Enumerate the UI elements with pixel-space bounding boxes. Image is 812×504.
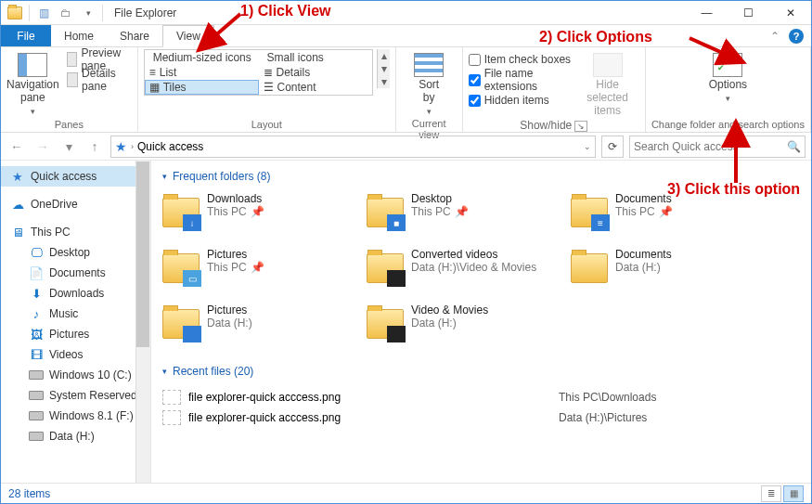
frequent-header[interactable]: ▾Frequent folders (8) <box>162 170 800 183</box>
view-tiles-button[interactable]: ▦ <box>783 485 804 502</box>
folder-text: Pictures This PC📌 <box>207 248 264 274</box>
recent-file-row[interactable]: file explorer-quick acccess.png Data (H:… <box>162 407 800 428</box>
tree-thispc[interactable]: 🖥This PC <box>1 222 150 242</box>
refresh-button[interactable]: ⟳ <box>601 136 624 158</box>
tree-onedrive[interactable]: ☁OneDrive <box>1 194 150 214</box>
window-controls: — ☐ ✕ <box>686 1 811 25</box>
folder-text: Video & Movies Data (H:) <box>411 304 488 330</box>
details-pane-button[interactable]: Details pane <box>63 70 132 90</box>
tab-share[interactable]: Share <box>107 25 162 46</box>
folder-tile[interactable]: Converted videos Data (H:)\Video & Movie… <box>367 248 561 296</box>
search-box[interactable]: Search Quick access 🔍 <box>629 136 806 158</box>
layout-details[interactable]: ≣Details <box>259 65 373 80</box>
minimize-button[interactable]: — <box>686 1 728 25</box>
recent-header[interactable]: ▾Recent files (20) <box>162 365 800 378</box>
check-hidden[interactable]: Hidden items <box>469 90 573 110</box>
folder-icon: ≡ <box>571 192 608 229</box>
drive-icon <box>29 411 44 420</box>
folder-text: Downloads This PC📌 <box>207 192 264 218</box>
tree-drive-c[interactable]: Windows 10 (C:) <box>1 365 150 385</box>
help-icon[interactable]: ? <box>789 29 804 44</box>
folder-icon: ↓ <box>162 192 200 229</box>
tab-view[interactable]: View <box>162 25 214 47</box>
folder-tile[interactable]: Video & Movies Data (H:) <box>367 304 561 352</box>
view-details-button[interactable]: ≣ <box>761 485 781 502</box>
folder-icon <box>367 248 404 285</box>
layout-content[interactable]: ☰Content <box>259 80 373 95</box>
up-button[interactable]: ↑ <box>84 136 105 157</box>
address-bar[interactable]: ★ › Quick access ⌄ <box>110 136 596 158</box>
tree-documents[interactable]: 📄Documents <box>1 263 150 283</box>
layout-medium-icons[interactable]: Medium-sized icons <box>145 50 259 65</box>
change-folder-options-label[interactable]: Change folder and search options <box>651 117 805 132</box>
tiles-icon: ▦ <box>149 81 160 94</box>
forward-button[interactable]: → <box>32 136 53 157</box>
recent-locations-button[interactable]: ▾ <box>58 136 79 157</box>
tree-videos[interactable]: 🎞Videos <box>1 344 150 365</box>
app-folder-icon <box>5 3 25 23</box>
ribbon-collapse-chevron-icon[interactable]: ⌃ <box>770 30 780 43</box>
window-title: File Explorer <box>114 6 176 19</box>
folder-tile[interactable]: ↓ Downloads This PC📌 <box>162 192 357 240</box>
navigation-pane-button[interactable]: Navigation pane ▾ <box>6 49 59 116</box>
folder-tile[interactable]: ≡ Documents This PC📌 <box>571 192 766 240</box>
tree-scrollbar[interactable] <box>135 161 150 483</box>
pin-icon: 📌 <box>455 205 469 218</box>
status-bar: 28 items ≣ ▦ <box>1 483 811 503</box>
recent-file-row[interactable]: file explorer-quick acccess.png This PC\… <box>162 387 800 407</box>
details-pane-icon <box>67 72 78 87</box>
thispc-icon: 🖥 <box>10 225 25 239</box>
check-file-ext[interactable]: File name extensions <box>469 70 573 90</box>
drive-icon <box>29 432 44 441</box>
folder-tile[interactable]: Pictures Data (H:) <box>162 304 357 352</box>
videos-icon: 🎞 <box>29 347 44 362</box>
navigation-pane-icon <box>18 53 47 77</box>
folder-tile[interactable]: ▭ Pictures This PC📌 <box>162 248 357 296</box>
layout-small-icons[interactable]: Small icons <box>259 50 373 65</box>
addr-chevron-icon[interactable]: › <box>131 142 134 151</box>
music-icon: ♪ <box>29 306 44 321</box>
address-row: ← → ▾ ↑ ★ › Quick access ⌄ ⟳ Search Quic… <box>1 133 811 161</box>
back-button[interactable]: ← <box>6 136 27 157</box>
tree-drive-sr[interactable]: System Reserved <box>1 385 150 406</box>
sort-by-button[interactable]: Sort by ▾ <box>402 49 457 116</box>
pin-icon: 📌 <box>251 261 264 274</box>
folder-tile[interactable]: Documents Data (H:) <box>571 248 766 296</box>
tree-desktop[interactable]: 🖵Desktop <box>1 242 150 263</box>
qat-new-folder-icon[interactable]: 🗀 <box>56 3 76 23</box>
layout-list[interactable]: ≡List <box>145 65 259 80</box>
file-icon <box>162 390 181 405</box>
showhide-launcher-icon[interactable]: ↘ <box>574 121 587 132</box>
folder-tile[interactable]: ■ Desktop This PC📌 <box>367 192 561 240</box>
layout-picker[interactable]: Medium-sized icons Small icons ≡List ≣De… <box>144 49 374 96</box>
desktop-icon: 🖵 <box>29 245 44 260</box>
group-panes-label: Panes <box>6 117 132 132</box>
tree-quick-access[interactable]: ★Quick access <box>1 166 150 187</box>
options-button[interactable]: ✔✔ Options ▾ <box>700 49 755 103</box>
tab-file[interactable]: File <box>1 25 51 46</box>
maximize-button[interactable]: ☐ <box>728 1 769 25</box>
folder-icon <box>367 304 404 341</box>
star-icon: ★ <box>10 169 25 184</box>
tree-drive-h[interactable]: Data (H:) <box>1 426 150 446</box>
tree-downloads[interactable]: ⬇Downloads <box>1 283 150 304</box>
tree-drive-f[interactable]: Windows 8.1 (F:) <box>1 406 150 426</box>
title-bar: ▥ 🗀 ▾ File Explorer — ☐ ✕ <box>1 1 811 25</box>
recent-file-location: Data (H:)\Pictures <box>559 411 800 424</box>
pin-icon: 📌 <box>659 205 673 218</box>
sort-by-icon <box>414 53 444 77</box>
recent-file-name: file explorer-quick acccess.png <box>188 391 341 404</box>
layout-scroll[interactable]: ▴▾▾ <box>377 49 389 88</box>
qat-customize-chevron-icon[interactable]: ▾ <box>78 3 98 23</box>
tree-music[interactable]: ♪Music <box>1 304 150 324</box>
close-button[interactable]: ✕ <box>769 1 811 25</box>
layout-tiles[interactable]: ▦Tiles <box>145 80 259 95</box>
tree-pictures[interactable]: 🖼Pictures <box>1 324 150 344</box>
nav-tree[interactable]: ★Quick access ☁OneDrive 🖥This PC 🖵Deskto… <box>1 161 151 483</box>
recent-file-name: file explorer-quick acccess.png <box>188 411 341 424</box>
tab-home[interactable]: Home <box>51 25 107 46</box>
onedrive-icon: ☁ <box>10 197 25 212</box>
qat-props-icon[interactable]: ▥ <box>33 3 54 23</box>
addr-dropdown-icon[interactable]: ⌄ <box>584 142 591 151</box>
status-text: 28 items <box>8 487 50 500</box>
